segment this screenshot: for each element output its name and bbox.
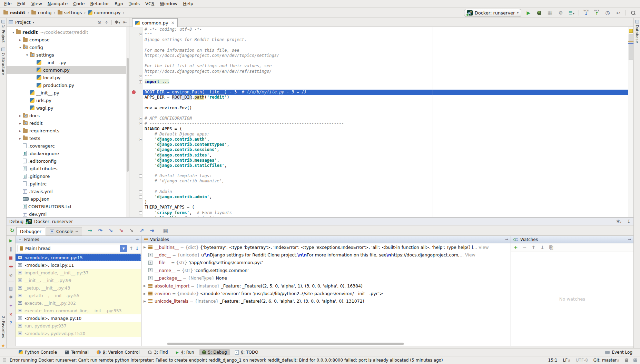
code-line[interactable]: − 'django.contrib.admin', — [129, 194, 628, 200]
editor-gutter[interactable] — [129, 37, 143, 42]
code-line[interactable]: −# -------------------------------------… — [129, 121, 628, 126]
editor-gutter[interactable]: + — [129, 79, 143, 84]
menu-item-tools[interactable]: Tools — [126, 1, 142, 7]
frame-row[interactable]: run, pydevd.py:937 — [16, 322, 141, 330]
collapse-all-button[interactable]: ÷ — [105, 20, 108, 25]
stripe-item-7-structure[interactable]: 7: Structure — [1, 48, 6, 75]
settings-button[interactable]: ✱ — [8, 294, 14, 300]
error-stripe-mark[interactable] — [628, 41, 633, 42]
code-line[interactable]: − 'crispy_forms', # Form layouts — [129, 210, 628, 215]
view-link[interactable]: ... View — [473, 245, 489, 250]
code-line[interactable]: APPS_DIR = ROOT_DIR.path('reddit') — [129, 95, 628, 100]
variable-row[interactable]: ▶unicode_literals = {instance} _Feature:… — [141, 297, 511, 305]
fold-marker-icon[interactable]: − — [139, 33, 142, 36]
file-status-marker[interactable] — [629, 29, 633, 33]
code-line[interactable] — [129, 43, 628, 48]
editor-gutter[interactable] — [129, 179, 143, 184]
tool-tab-todo[interactable]: 6: TODO — [232, 349, 261, 355]
tree-item-pylintrc[interactable]: .pylintrc — [7, 180, 126, 188]
code-line[interactable]: − 'django.contrib.auth', — [129, 137, 628, 142]
tree-item-settings[interactable]: ▾settings — [7, 51, 126, 59]
editor-gutter[interactable] — [129, 90, 143, 95]
tree-item-editorconfig[interactable]: .editorconfig — [7, 157, 126, 165]
resume-program-button[interactable]: ▶ — [8, 238, 14, 243]
fold-marker-icon[interactable]: − — [139, 117, 142, 120]
code-line[interactable] — [129, 184, 628, 189]
fold-marker-icon[interactable]: − — [139, 122, 142, 125]
editor-gutter[interactable] — [129, 48, 143, 53]
breadcrumb-item-config[interactable]: config — [31, 10, 52, 15]
thread-dropdown-button[interactable]: ▼ — [120, 245, 127, 252]
duplicate-watch-button[interactable]: ⎘ — [549, 245, 553, 251]
tree-item-wsgi-py[interactable]: wsgi.py — [7, 104, 126, 112]
editor-gutter[interactable] — [129, 142, 143, 147]
tree-item-reddit[interactable]: ▸reddit — [7, 119, 126, 127]
breadcrumb-item-settings[interactable]: settings — [58, 10, 82, 15]
code-line[interactable] — [129, 168, 628, 173]
fold-marker-icon[interactable]: − — [139, 138, 142, 141]
code-line[interactable] — [129, 84, 628, 90]
error-stripe-mark[interactable] — [628, 43, 633, 44]
expand-arrow-icon[interactable]: ▶ — [144, 292, 148, 295]
editor-tab-common-py[interactable]: common.py × — [132, 18, 178, 27]
code-line[interactable] — [129, 111, 628, 116]
tree-item-production-py[interactable]: production.py — [7, 81, 126, 89]
frame-row[interactable]: import_module, __init__.py:37 — [16, 269, 141, 276]
editor-gutter[interactable] — [129, 163, 143, 168]
editor-gutter[interactable]: − — [129, 121, 143, 126]
code-editor[interactable]: # -*- coding: utf-8 -*-−"""Django settin… — [129, 27, 628, 217]
editor-gutter[interactable]: − — [129, 173, 143, 179]
menu-item-run[interactable]: Run — [112, 1, 126, 7]
code-line[interactable] — [129, 100, 628, 105]
editor-gutter[interactable] — [129, 63, 143, 69]
breadcrumb-item-reddit[interactable]: reddit — [3, 10, 26, 15]
pin-tab-button[interactable]: ✦ — [8, 303, 14, 309]
force-step-into-button[interactable]: ↘ — [128, 228, 135, 234]
tool-tab-run[interactable]: ▶4: Run — [173, 349, 197, 355]
evaluate-expression-button[interactable]: ▦ — [162, 228, 169, 234]
view-breakpoints-button[interactable]: ●● — [8, 264, 14, 269]
caret-position[interactable]: 15:1 — [548, 358, 558, 363]
run-to-cursor-button[interactable]: ⇥ — [148, 228, 156, 234]
code-line[interactable]: THIRD_PARTY_APPS = ( — [129, 205, 628, 210]
variable-row[interactable]: __name__ = {str} 'config.settings.common… — [141, 266, 511, 274]
close-tab-icon[interactable]: × — [171, 20, 175, 25]
editor-gutter[interactable]: − — [129, 194, 143, 200]
editor-gutter[interactable]: − — [129, 210, 143, 215]
stripe-item-2-favorites[interactable]: 2: Favorites — [1, 316, 6, 338]
tree-collapsed-arrow-icon[interactable]: ▸ — [18, 136, 23, 140]
tool-tab-find[interactable]: 3: Find — [145, 349, 171, 355]
variable-row[interactable]: __file__ = {str} '/app/config/settings/c… — [141, 259, 511, 266]
variable-row[interactable]: __doc__ = {unicode} u'\nDjango settings … — [141, 251, 511, 259]
stop-program-button[interactable]: ■ — [8, 255, 14, 261]
menu-item-view[interactable]: View — [29, 1, 45, 7]
editor-gutter[interactable] — [129, 153, 143, 158]
editor-gutter[interactable]: − — [129, 74, 143, 79]
tree-collapsed-arrow-icon[interactable]: ▸ — [18, 121, 23, 125]
step-out-button[interactable]: ↗ — [138, 228, 146, 234]
step-into-my-code-button[interactable]: ↘ — [117, 228, 125, 234]
tree-collapsed-arrow-icon[interactable]: ▸ — [18, 114, 23, 118]
code-line[interactable]: For the full list of settings and their … — [129, 63, 628, 69]
frame-row[interactable]: execute_from_command_line, __init__.py:3… — [16, 307, 141, 314]
editor-gutter[interactable] — [129, 132, 143, 137]
editor-gutter[interactable] — [129, 105, 143, 111]
tree-item-urls-py[interactable]: urls.py — [7, 97, 126, 104]
variable-row[interactable]: ▶__builtins__ = {dict} {'bytearray': <ty… — [141, 243, 511, 251]
code-line[interactable] — [129, 58, 628, 63]
run-configuration-select[interactable]: Docker: runserver ▾ — [464, 9, 521, 17]
menu-item-code[interactable]: Code — [70, 1, 87, 7]
debug-button[interactable] — [536, 9, 543, 17]
code-line[interactable]: # Default Django apps: — [129, 132, 628, 137]
tree-item-travis-yml[interactable]: .travis.yml — [7, 188, 126, 195]
editor-gutter[interactable]: − — [129, 137, 143, 142]
code-line[interactable]: − # Admin — [129, 189, 628, 194]
locate-file-button[interactable]: ⊙ — [98, 20, 101, 25]
frame-row[interactable]: <module>, common.py:15 — [16, 254, 141, 261]
code-line[interactable]: 'django.contrib.messages', — [129, 158, 628, 163]
tab-console[interactable]: Console → — [46, 227, 82, 235]
project-view-dropdown[interactable]: ▾ — [32, 21, 34, 24]
code-line[interactable]: 'django.contrib.contenttypes', — [129, 142, 628, 147]
code-line[interactable]: −""" — [129, 74, 628, 79]
editor-gutter[interactable] — [129, 205, 143, 210]
